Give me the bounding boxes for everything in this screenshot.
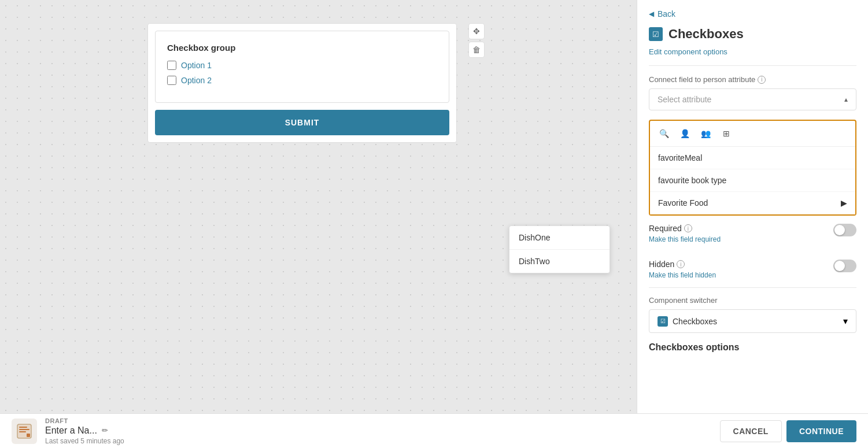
hidden-sub-label: Make this field hidden (649, 271, 716, 279)
edit-options-link[interactable]: Edit component options (637, 47, 868, 65)
svg-rect-4 (27, 434, 30, 437)
bottom-bar: DRAFT Enter a Na... ✏ Last saved 5 minut… (0, 413, 868, 448)
component-title: Checkboxes (668, 27, 744, 42)
panel-header: ☑ Checkboxes (637, 24, 868, 47)
component-switcher-dropdown[interactable]: ☑ Checkboxes ▾ (649, 309, 856, 333)
dish-one-option[interactable]: DishOne (509, 226, 610, 250)
attribute-select-placeholder: Select attribute (658, 95, 711, 104)
hidden-label-group: Hidden i Make this field hidden (649, 260, 716, 279)
checkbox-label-1: Option 1 (181, 61, 212, 70)
cancel-button[interactable]: CANCEL (720, 420, 782, 442)
required-toggle[interactable] (833, 224, 856, 236)
move-icon[interactable]: ✥ (468, 23, 485, 39)
svg-rect-2 (19, 429, 29, 430)
continue-button[interactable]: CONTINUE (786, 420, 856, 442)
form-widget-title: Checkbox group (167, 43, 437, 53)
person-icon-btn[interactable]: 👤 (677, 125, 693, 142)
checkbox-input-1[interactable] (167, 61, 176, 70)
comp-switcher-icon: ☑ (658, 316, 668, 327)
hidden-toggle[interactable] (833, 260, 856, 272)
delete-icon[interactable]: 🗑 (468, 42, 485, 58)
chevron-right-icon: ▶ (841, 198, 847, 208)
canvas-area: Checkbox group Option 1 Option 2 SUBMIT … (0, 0, 637, 413)
back-arrow-icon: ◀ (649, 10, 654, 18)
grid-icon-btn[interactable]: ⊞ (718, 125, 734, 142)
draft-name: Enter a Na... (45, 425, 97, 436)
svg-rect-3 (19, 431, 26, 432)
checkbox-option-1[interactable]: Option 1 (167, 61, 437, 70)
comp-switcher-label: Component switcher (649, 296, 856, 305)
chevron-up-icon: ▴ (844, 95, 848, 103)
connect-field-info-icon[interactable]: i (758, 76, 766, 84)
hidden-label-main: Hidden i (649, 260, 716, 269)
bottom-actions: CANCEL CONTINUE (720, 420, 856, 442)
connect-field-label: Connect field to person attribute i (649, 75, 856, 84)
attribute-icon-row: 🔍 👤 👥 ⊞ (650, 121, 855, 147)
search-icon-btn[interactable]: 🔍 (656, 125, 672, 142)
food-submenu: DishOne DishTwo (509, 225, 610, 273)
draft-text-group: DRAFT Enter a Na... ✏ Last saved 5 minut… (45, 417, 124, 445)
group-icon-btn[interactable]: 👥 (697, 125, 714, 142)
dish-two-option[interactable]: DishTwo (509, 250, 610, 273)
comp-switcher-value: Checkboxes (673, 317, 717, 326)
checkbox-option-2[interactable]: Option 2 (167, 76, 437, 85)
comp-switcher-chevron: ▾ (843, 316, 848, 327)
edit-name-icon[interactable]: ✏ (102, 426, 108, 435)
component-switcher-section: Component switcher ☑ Checkboxes ▾ (637, 296, 868, 342)
draft-badge: DRAFT (45, 417, 124, 424)
checkbox-label-2: Option 2 (181, 76, 212, 85)
required-row: Required i Make this field required (637, 216, 868, 251)
checkboxes-options-section: Checkboxes options (637, 342, 868, 364)
attribute-dropdown: 🔍 👤 👥 ⊞ favoriteMeal favourite book type… (649, 120, 856, 216)
attr-option-favouritebooktype[interactable]: favourite book type (650, 169, 855, 192)
required-info-icon[interactable]: i (684, 224, 692, 232)
last-saved-text: Last saved 5 minutes ago (45, 437, 124, 445)
checkbox-input-2[interactable] (167, 76, 176, 85)
draft-name-row: Enter a Na... ✏ (45, 425, 124, 436)
back-button[interactable]: ◀ Back (637, 0, 868, 24)
component-icon: ☑ (649, 27, 663, 41)
attribute-select[interactable]: Select attribute ▴ (649, 88, 856, 110)
right-panel: ◀ Back ☑ Checkboxes Edit component optio… (637, 0, 868, 413)
comp-switcher-left: ☑ Checkboxes (658, 316, 717, 327)
attr-option-favoritefood[interactable]: Favorite Food ▶ (650, 192, 855, 214)
draft-icon (12, 419, 37, 444)
required-sub-label: Make this field required (649, 235, 721, 243)
checkboxes-options-title: Checkboxes options (649, 342, 856, 353)
form-icon (16, 423, 32, 439)
attr-option-favoritemeal[interactable]: favoriteMeal (650, 147, 855, 169)
form-widget: Checkbox group Option 1 Option 2 SUBMIT (147, 23, 457, 143)
required-label-main: Required i (649, 224, 721, 233)
svg-rect-1 (19, 427, 27, 428)
submit-button[interactable]: SUBMIT (155, 110, 449, 135)
form-widget-inner: Checkbox group Option 1 Option 2 (155, 31, 449, 103)
draft-info: DRAFT Enter a Na... ✏ Last saved 5 minut… (12, 417, 124, 445)
hidden-info-icon[interactable]: i (677, 260, 685, 268)
divider-2 (649, 287, 856, 288)
back-label: Back (658, 9, 675, 18)
hidden-row: Hidden i Make this field hidden (637, 251, 868, 287)
widget-controls: ✥ 🗑 (468, 23, 485, 58)
connect-field-section: Connect field to person attribute i Sele… (637, 66, 868, 120)
required-label-group: Required i Make this field required (649, 224, 721, 243)
